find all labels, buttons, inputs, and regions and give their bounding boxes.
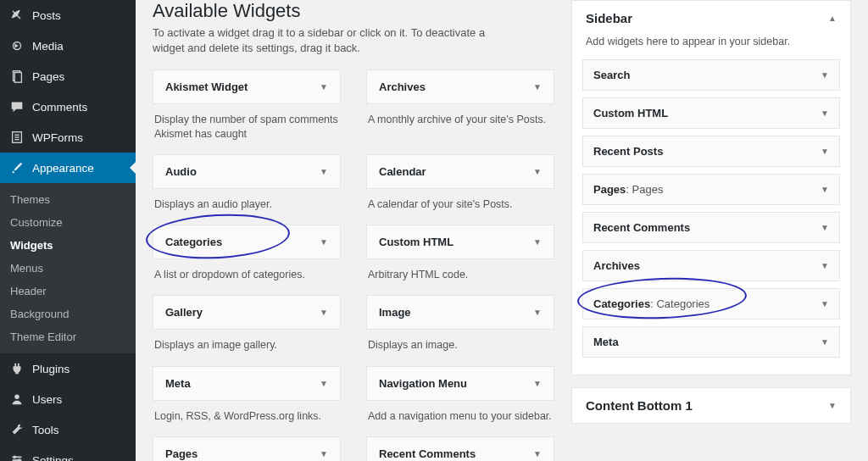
brush-icon (8, 159, 25, 176)
submenu-widgets[interactable]: Widgets (0, 234, 136, 257)
submenu-header[interactable]: Header (0, 280, 136, 303)
widget-image[interactable]: Image ▼ (366, 295, 554, 330)
area-desc: Add widgets here to appear in your sideb… (572, 36, 850, 59)
widget-title: Akismet Widget (165, 81, 248, 93)
nav-comments[interactable]: Comments (0, 92, 136, 122)
nav-label: Comments (32, 101, 87, 114)
sidebar-widget-meta[interactable]: Meta ▼ (582, 326, 840, 358)
widget-label: Custom HTML (593, 107, 668, 119)
widget-label: Search (593, 69, 630, 81)
user-icon (8, 391, 25, 408)
nav-settings[interactable]: Settings (0, 445, 136, 461)
widget-navigation-menu[interactable]: Navigation Menu ▼ (366, 366, 554, 401)
chevron-down-icon: ▼ (533, 449, 542, 458)
chevron-down-icon: ▼ (821, 261, 829, 270)
sidebar-widget-search[interactable]: Search ▼ (582, 59, 840, 91)
plugin-icon (8, 360, 25, 377)
submenu-customize[interactable]: Customize (0, 211, 136, 234)
widget-title: Recent Comments (379, 447, 476, 460)
content-bottom-area: Content Bottom 1 ▼ (571, 387, 851, 424)
widget-title: Audio (165, 165, 197, 178)
submenu-theme-editor[interactable]: Theme Editor (0, 325, 136, 348)
nav-users[interactable]: Users (0, 384, 136, 414)
comment-icon (8, 98, 25, 115)
widget-calendar[interactable]: Calendar ▼ (366, 154, 554, 189)
chevron-down-icon: ▼ (821, 185, 829, 194)
widget-label: Meta (593, 336, 619, 348)
widget-audio[interactable]: Audio ▼ (153, 154, 341, 189)
widget-desc: Arbitrary HTML code. (366, 259, 554, 293)
submenu-background[interactable]: Background (0, 303, 136, 325)
sidebar-widget-pages[interactable]: Pages: Pages ▼ (582, 174, 840, 205)
nav-media[interactable]: Media (0, 31, 136, 61)
widget-title: Custom HTML (379, 236, 453, 248)
widget-categories[interactable]: Categories ▼ (153, 225, 341, 259)
nav-plugins[interactable]: Plugins (0, 353, 136, 384)
chevron-down-icon: ▼ (821, 147, 829, 156)
page-description: To activate a widget drag it to a sideba… (153, 25, 517, 56)
widget-akismet[interactable]: Akismet Widget ▼ (153, 69, 341, 104)
svg-point-11 (14, 456, 17, 459)
sidebar-widget-recent-posts[interactable]: Recent Posts ▼ (582, 136, 840, 167)
sidebar-widget-list: Search ▼ Custom HTML ▼ Recent Posts ▼ Pa… (572, 59, 850, 375)
widget-label: Recent Comments (593, 221, 690, 234)
sidebar-widget-recent-comments[interactable]: Recent Comments ▼ (582, 212, 840, 243)
appearance-submenu: Themes Customize Widgets Menus Header Ba… (0, 183, 136, 353)
page-title: Available Widgets (153, 0, 554, 22)
submenu-menus[interactable]: Menus (0, 257, 136, 280)
sidebar-area-header[interactable]: Sidebar ▲ (572, 1, 850, 36)
submenu-themes[interactable]: Themes (0, 188, 136, 211)
widget-title: Categories (165, 236, 222, 248)
widget-gallery[interactable]: Gallery ▼ (153, 295, 341, 330)
widget-label: Archives (593, 259, 640, 272)
chevron-down-icon: ▼ (821, 108, 829, 118)
widget-archives[interactable]: Archives ▼ (366, 69, 554, 104)
widget-desc: Display the number of spam comments Akis… (153, 104, 341, 153)
widget-meta[interactable]: Meta ▼ (153, 366, 341, 401)
nav-label: Users (32, 393, 62, 406)
content-bottom-header[interactable]: Content Bottom 1 ▼ (572, 388, 850, 423)
nav-label: Tools (32, 424, 59, 436)
nav-pages[interactable]: Pages (0, 61, 136, 92)
widget-title: Gallery (165, 306, 203, 319)
widget-instance-name: Pages (632, 183, 664, 196)
widget-desc: A monthly archive of your site's Posts. (366, 104, 554, 138)
widget-instance-name: Categories (656, 297, 709, 310)
sidebar-widget-custom-html[interactable]: Custom HTML ▼ (582, 97, 840, 129)
widget-desc: Login, RSS, & WordPress.org links. (153, 401, 341, 435)
pages-icon (8, 68, 25, 85)
widget-label: Pages (593, 183, 626, 196)
content-area: Available Widgets To activate a widget d… (136, 0, 868, 461)
widget-title: Pages (165, 447, 198, 460)
chevron-down-icon: ▼ (821, 223, 829, 232)
nav-wpforms[interactable]: WPForms (0, 122, 136, 153)
media-icon (8, 37, 25, 54)
widget-recent-comments[interactable]: Recent Comments ▼ (366, 436, 554, 461)
widget-title: Navigation Menu (379, 377, 467, 390)
sidebar-widget-categories[interactable]: Categories: Categories ▼ (582, 288, 840, 319)
widget-pages[interactable]: Pages ▼ (153, 436, 341, 461)
chevron-down-icon: ▼ (828, 401, 837, 410)
nav-tools[interactable]: Tools (0, 414, 136, 445)
widget-custom-html[interactable]: Custom HTML ▼ (366, 225, 554, 259)
nav-posts[interactable]: Posts (0, 0, 136, 31)
widget-desc: A list or dropdown of categories. (153, 259, 341, 293)
chevron-down-icon: ▼ (533, 308, 542, 317)
forms-icon (8, 129, 25, 146)
widget-title: Meta (165, 377, 191, 390)
chevron-down-icon: ▼ (533, 82, 542, 92)
available-widgets-column: Available Widgets To activate a widget d… (153, 0, 554, 461)
nav-appearance[interactable]: Appearance (0, 153, 136, 183)
chevron-down-icon: ▼ (320, 82, 328, 92)
chevron-down-icon: ▼ (533, 167, 542, 176)
sidebar-widget-archives[interactable]: Archives ▼ (582, 250, 840, 281)
nav-label: Plugins (32, 363, 70, 375)
svg-point-7 (14, 395, 19, 399)
nav-label: Posts (32, 9, 61, 22)
chevron-down-icon: ▼ (320, 167, 328, 176)
tools-icon (8, 421, 25, 438)
chevron-down-icon: ▼ (320, 379, 328, 388)
nav-label: Settings (32, 454, 74, 462)
widget-desc: Add a navigation menu to your sidebar. (366, 401, 554, 435)
pin-icon (8, 7, 25, 24)
